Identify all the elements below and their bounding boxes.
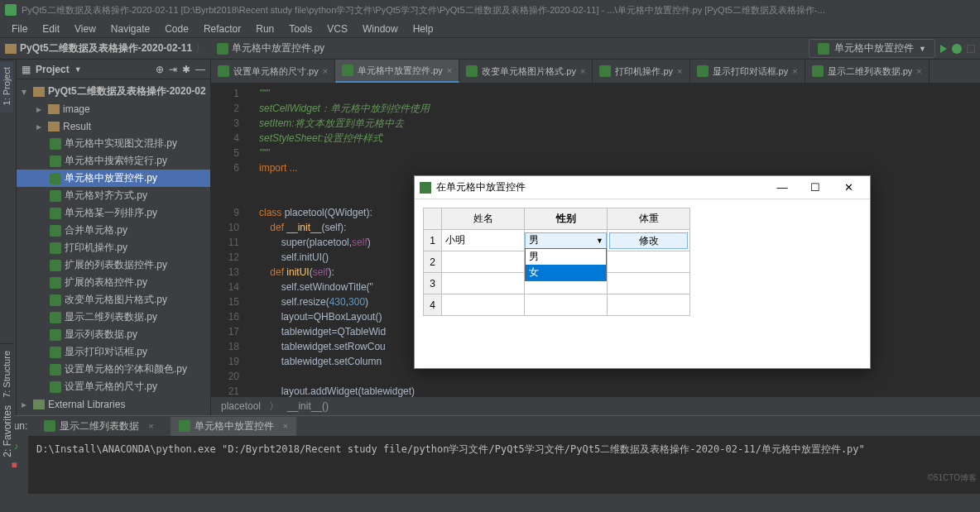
qtable-widget[interactable]: 姓名 性别 体重 1 小明 男 ▼ 男 女 — [423, 208, 690, 316]
qt-app-window: 在单元格中放置控件 — ☐ ✕ 姓名 性别 体重 1 小明 男 ▼ — [414, 175, 871, 369]
editor-tab[interactable]: 显示二维列表数据.py× — [805, 60, 930, 83]
tool-tab-project[interactable]: 1: Project — [0, 60, 13, 112]
breadcrumb-item[interactable]: __init__() — [287, 400, 329, 412]
run-header: Run: 显示二维列表数据× 单元格中放置控件× — [0, 416, 980, 436]
table-cell[interactable] — [442, 294, 525, 316]
breadcrumb-item[interactable]: placetool — [221, 400, 261, 412]
editor-tab[interactable]: 改变单元格图片格式.py× — [459, 60, 593, 83]
close-icon[interactable]: × — [677, 66, 682, 76]
tree-file[interactable]: 单元格某一列排序.py — [17, 204, 210, 222]
run-tab-active[interactable]: 单元格中放置控件× — [171, 417, 296, 436]
project-view-icon: ▦ — [22, 64, 31, 75]
menu-tools[interactable]: Tools — [282, 22, 319, 36]
close-icon[interactable]: × — [148, 421, 153, 431]
combo-value: 男 — [529, 233, 539, 247]
tree-folder[interactable]: ▸image — [17, 100, 210, 117]
debug-button[interactable] — [952, 44, 962, 54]
combo-option-selected[interactable]: 女 — [526, 265, 606, 280]
minimize-button[interactable]: — — [766, 178, 799, 197]
menu-edit[interactable]: Edit — [36, 22, 66, 36]
tree-external-libraries[interactable]: ▸External Libraries — [17, 395, 210, 413]
tree-file[interactable]: 扩展的表格控件.py — [17, 274, 210, 291]
python-icon — [217, 43, 228, 55]
tree-file[interactable]: 设置单元格的字体和颜色.py — [17, 361, 210, 378]
stop-button[interactable] — [967, 45, 975, 53]
run-output[interactable]: D:\Install\ANACONDA\python.exe "D:/Byrbt… — [28, 436, 980, 495]
column-header[interactable]: 姓名 — [442, 208, 525, 230]
editor-tab-active[interactable]: 单元格中放置控件.py× — [335, 60, 459, 83]
gender-combobox[interactable]: 男 ▼ 男 女 — [525, 232, 607, 249]
tree-folder[interactable]: ▸Result — [17, 117, 210, 135]
menu-file[interactable]: File — [5, 22, 34, 36]
menu-view[interactable]: View — [68, 22, 103, 36]
qt-title-bar: 在单元格中放置控件 — ☐ ✕ — [415, 176, 870, 199]
tree-file[interactable]: 合并单元格.py — [17, 222, 210, 239]
close-icon[interactable]: × — [323, 66, 328, 76]
menu-help[interactable]: Help — [406, 22, 440, 36]
tree-file[interactable]: 单元格中实现图文混排.py — [17, 135, 210, 152]
table-cell[interactable] — [442, 251, 525, 273]
chevron-right-icon: 〉 — [195, 41, 205, 55]
close-icon[interactable]: × — [580, 66, 585, 76]
run-tab[interactable]: 显示二维列表数据× — [36, 417, 161, 436]
tree-file[interactable]: 显示列表数据.py — [17, 326, 210, 343]
hide-icon[interactable]: — — [195, 64, 205, 75]
close-icon[interactable]: × — [916, 66, 921, 76]
editor-tab[interactable]: 设置单元格的尺寸.py× — [211, 60, 335, 83]
modify-button[interactable]: 修改 — [609, 232, 688, 249]
tree-file[interactable]: 改变单元格图片格式.py — [17, 291, 210, 309]
menu-navigate[interactable]: Navigate — [104, 22, 156, 36]
tool-tab-structure[interactable]: 7: Structure — [0, 343, 13, 404]
editor-tab[interactable]: 打印机操作.py× — [593, 60, 689, 83]
row-header[interactable]: 3 — [424, 273, 442, 294]
menu-code[interactable]: Code — [158, 22, 195, 36]
python-icon — [342, 65, 353, 76]
table-cell[interactable] — [608, 294, 690, 316]
tree-file[interactable]: 设置单元格的尺寸.py — [17, 378, 210, 395]
combo-option[interactable]: 男 — [526, 249, 606, 265]
row-header[interactable]: 4 — [424, 294, 442, 316]
run-tool-window: Run: 显示二维列表数据× 单元格中放置控件× ↻ ■ D:\Install\… — [0, 415, 980, 494]
column-header[interactable]: 性别 — [525, 208, 608, 230]
tree-file[interactable]: 显示二维列表数据.py — [17, 309, 210, 326]
tree-root[interactable]: ▾PyQt5二维数据及表格操作-2020-02 — [17, 83, 210, 100]
tree-file[interactable]: 显示打印对话框.py — [17, 343, 210, 361]
tree-file[interactable]: 单元格中搜索特定行.py — [17, 152, 210, 170]
table-cell[interactable] — [442, 273, 525, 294]
scroll-from-source-icon[interactable]: ⊕ — [156, 64, 164, 75]
column-header[interactable]: 体重 — [608, 208, 690, 230]
run-configuration-selector[interactable]: 单元格中放置控件 ▼ — [809, 39, 935, 58]
run-config-label: 单元格中放置控件 — [834, 41, 914, 55]
table-cell[interactable]: 小明 — [442, 230, 525, 251]
chevron-down-icon[interactable]: ▼ — [74, 65, 82, 74]
tree-file[interactable]: 扩展的列表数据控件.py — [17, 256, 210, 274]
python-icon — [466, 65, 478, 77]
menu-refactor[interactable]: Refactor — [197, 22, 247, 36]
menu-window[interactable]: Window — [356, 22, 405, 36]
python-icon — [599, 65, 611, 77]
table-cell[interactable] — [525, 294, 608, 316]
breadcrumb: placetool 〉 __init__() — [211, 397, 980, 415]
table-cell[interactable] — [608, 251, 690, 273]
tool-tab-favorites[interactable]: 2: Favorites — [0, 400, 15, 462]
close-icon[interactable]: × — [792, 66, 797, 76]
maximize-button[interactable]: ☐ — [799, 178, 832, 197]
row-header[interactable]: 1 — [424, 230, 442, 251]
tree-file-selected[interactable]: 单元格中放置控件.py — [17, 170, 210, 187]
collapse-all-icon[interactable]: ⇥ — [169, 64, 177, 75]
nav-project[interactable]: PyQt5二维数据及表格操作-2020-02-11 — [20, 41, 192, 55]
editor-tab[interactable]: 显示打印对话框.py× — [690, 60, 805, 83]
line-gutter: 12345691011121314151617181920212223 — [211, 86, 252, 428]
run-button[interactable] — [940, 45, 947, 53]
tree-file[interactable]: 打印机操作.py — [17, 239, 210, 256]
close-icon[interactable]: × — [283, 421, 288, 431]
nav-file[interactable]: 单元格中放置控件.py — [232, 41, 324, 55]
row-header[interactable]: 2 — [424, 251, 442, 273]
menu-vcs[interactable]: VCS — [320, 22, 354, 36]
table-cell[interactable] — [608, 273, 690, 294]
tree-file[interactable]: 单元格对齐方式.py — [17, 187, 210, 204]
menu-run[interactable]: Run — [249, 22, 281, 36]
close-icon[interactable]: × — [447, 65, 452, 75]
settings-icon[interactable]: ✱ — [182, 64, 190, 75]
close-button[interactable]: ✕ — [832, 178, 865, 197]
